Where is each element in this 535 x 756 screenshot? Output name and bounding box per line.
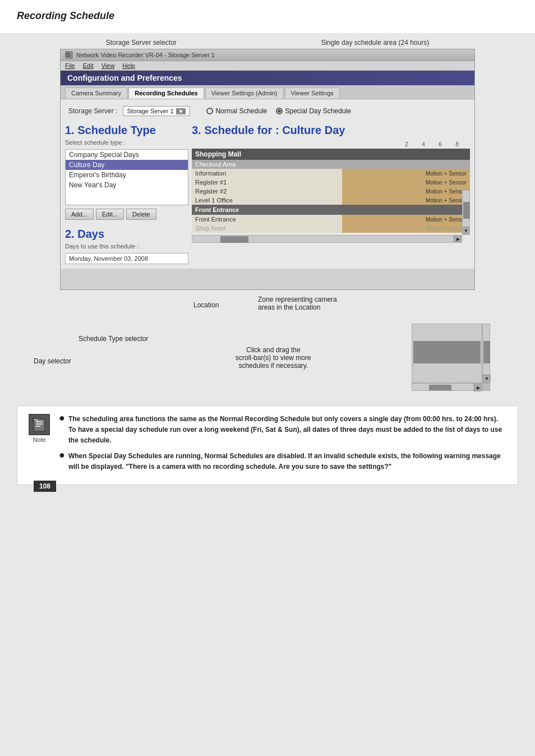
day-selector-annotation: Day selector xyxy=(34,357,71,365)
schedule-shop-front: Motion + Sensor xyxy=(342,224,470,233)
v-scrollbar-track[interactable]: ▼ xyxy=(462,190,470,235)
table-row: Shop Front Motion + Sensor xyxy=(192,224,470,233)
days-subtitle: Days to use this schedule : xyxy=(65,243,188,250)
schedule-type-buttons: Add... Edit... Delete xyxy=(65,209,188,220)
config-title: Configuration and Preferences xyxy=(67,73,182,82)
camera-register1: Register #1 xyxy=(192,178,342,187)
bullet-1: ● xyxy=(59,413,65,446)
note-bullet-1: ● The scheduling area functions the same… xyxy=(59,414,506,446)
schedule-item-culture-day[interactable]: Culture Day xyxy=(66,160,188,170)
days-title: 2. Days xyxy=(65,228,188,241)
svg-rect-3 xyxy=(36,426,40,427)
tab-recording-schedules[interactable]: Recording Schedules xyxy=(128,87,204,99)
schedule-item-emperor[interactable]: Emperor's Birthday xyxy=(66,170,188,180)
screenshot-area: ⊙ Network Video Recorder VR-04 - Storage… xyxy=(0,49,535,402)
click-drag-annotation: Click and drag the scroll-bar(s) to view… xyxy=(236,346,311,370)
schedule-register2: Motion + Sensor xyxy=(342,187,470,196)
scrollbar-visual: ▶ ▼ xyxy=(412,324,490,391)
front-entrance-header: Front Entrance xyxy=(192,205,470,215)
app-header: Configuration and Preferences xyxy=(61,71,474,85)
special-day-label: Special Day Schedule xyxy=(285,107,350,115)
schedule-type-title: 1. Schedule Type xyxy=(65,124,188,137)
menu-file[interactable]: File xyxy=(65,62,75,69)
app-menubar: File Edit View Help xyxy=(61,61,474,71)
checkout-area-header: Checkout Area xyxy=(192,160,470,169)
normal-schedule-radio[interactable]: Normal Schedule xyxy=(206,107,267,115)
camera-front-entrance: Front Entrance xyxy=(192,215,342,224)
scroll-corner-visual xyxy=(482,383,490,391)
time-tick-4: 4 xyxy=(415,141,432,147)
app-titlebar: ⊙ Network Video Recorder VR-04 - Storage… xyxy=(61,49,474,61)
scrollbar-area: ▶ ▼ xyxy=(192,235,470,246)
h-scroll-right-arrow[interactable]: ▶ xyxy=(454,236,462,242)
front-entrance-row: Front Entrance xyxy=(192,205,470,215)
note-bullet-2: ● When Special Day Schedules are running… xyxy=(59,451,506,472)
schedule-front-entrance: Motion + Sensor xyxy=(342,215,470,224)
location-table: Shopping Mall Checkout Area Information … xyxy=(192,149,470,233)
v-arrow-down-visual: ▼ xyxy=(483,375,491,382)
table-row: Register #2 Motion + Sensor xyxy=(192,187,470,196)
tab-viewer-settings[interactable]: Viewer Settings xyxy=(285,87,340,99)
main-columns: 1. Schedule Type Select schedule type : … xyxy=(65,124,470,264)
left-column: 1. Schedule Type Select schedule type : … xyxy=(65,124,188,264)
menu-view[interactable]: View xyxy=(102,62,115,69)
schedule-register1: Motion + Sensor xyxy=(342,178,470,187)
menu-edit[interactable]: Edit xyxy=(83,62,94,69)
tab-camera-summary[interactable]: Camera Summary xyxy=(65,87,127,99)
note-svg-icon: PC xyxy=(31,417,47,432)
storage-select-value: Storage Server 1 xyxy=(127,108,173,114)
h-scrollbar-track[interactable]: ▶ xyxy=(192,235,462,243)
menu-help[interactable]: Help xyxy=(122,62,135,69)
schedule-for-title: 3. Schedule for : Culture Day xyxy=(192,124,470,137)
storage-select[interactable]: Storage Server 1 ▼ xyxy=(123,106,190,116)
days-section: 2. Days Days to use this schedule : Mond… xyxy=(65,228,188,264)
camera-information: Information xyxy=(192,169,342,178)
special-day-schedule-radio[interactable]: Special Day Schedule xyxy=(276,107,350,115)
app-body: Storage Server : Storage Server 1 ▼ Norm… xyxy=(61,99,474,269)
note-icon: PC xyxy=(29,414,50,435)
page-title: Recording Schedule xyxy=(17,10,518,22)
page-number: 108 xyxy=(34,481,56,492)
storage-server-field-label: Storage Server : xyxy=(68,107,117,115)
table-row: Front Entrance Motion + Sensor xyxy=(192,215,470,224)
h-scrollbar-thumb[interactable] xyxy=(220,236,248,243)
time-axis: 2 4 6 8 xyxy=(192,141,470,147)
app-title: Network Video Recorder VR-04 - Storage S… xyxy=(76,52,215,58)
schedule-type-subtitle: Select schedule type : xyxy=(65,139,188,146)
v-scroll-visual xyxy=(412,324,482,383)
checkout-area-row: Checkout Area xyxy=(192,160,470,169)
table-row: Information Motion + Sensor xyxy=(192,169,470,178)
schedule-level1office: Motion + Sensor xyxy=(342,196,470,205)
storage-dropdown-arrow[interactable]: ▼ xyxy=(176,108,186,114)
time-tick-2: 2 xyxy=(398,141,415,147)
schedule-item-new-year[interactable]: New Year's Day xyxy=(66,180,188,190)
table-row: Register #1 Motion + Sensor xyxy=(192,178,470,187)
v-scroll-down-arrow[interactable]: ▼ xyxy=(463,227,469,234)
radio-group: Normal Schedule Special Day Schedule xyxy=(206,107,350,115)
note-text-2: When Special Day Schedules are running, … xyxy=(68,451,506,472)
top-labels: Storage Server selector Single day sched… xyxy=(0,33,535,49)
shopping-mall-header: Shopping Mall xyxy=(192,149,470,160)
schedule-type-list: Company Special Days Culture Day Emperor… xyxy=(65,149,188,205)
single-day-label: Single day schedule area (24 hours) xyxy=(321,39,429,47)
shopping-mall-row: Shopping Mall xyxy=(192,149,470,160)
normal-schedule-label: Normal Schedule xyxy=(215,107,267,115)
note-label: Note xyxy=(33,436,45,443)
v-scrollbar-thumb[interactable] xyxy=(463,202,470,219)
delete-button[interactable]: Delete xyxy=(126,209,156,220)
bullet-2: ● xyxy=(59,450,65,472)
edit-button[interactable]: Edit... xyxy=(96,209,124,220)
zone-annotation: Zone representing camera areas in the Lo… xyxy=(258,296,337,311)
tab-viewer-settings-admin[interactable]: Viewer Settings (Admin) xyxy=(205,87,284,99)
add-button[interactable]: Add... xyxy=(65,209,94,220)
schedule-item-company-special[interactable]: Company Special Days xyxy=(66,150,188,160)
camera-register2: Register #2 xyxy=(192,187,342,196)
v-thumb2-visual xyxy=(483,341,490,363)
storage-row: Storage Server : Storage Server 1 ▼ Norm… xyxy=(65,104,470,118)
time-tick-8: 8 xyxy=(449,141,465,147)
app-icon: ⊙ xyxy=(65,51,73,59)
note-text-1: The scheduling area functions the same a… xyxy=(68,414,506,446)
h-thumb-visual xyxy=(429,385,451,390)
note-content: ● The scheduling area functions the same… xyxy=(59,414,506,477)
svg-text:PC: PC xyxy=(34,418,38,422)
